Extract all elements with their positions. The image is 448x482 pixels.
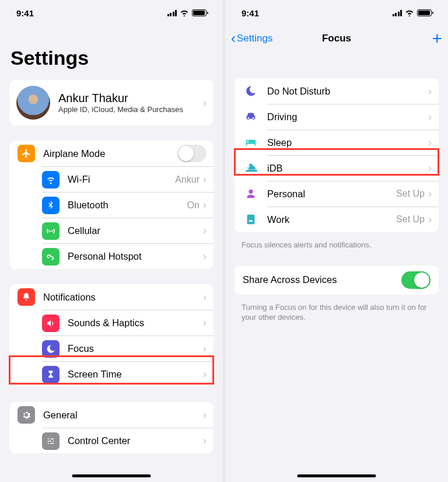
row-label: Notifications xyxy=(43,292,203,303)
status-time: 9:41 xyxy=(16,8,34,18)
chevron-right-icon: › xyxy=(203,199,206,211)
row-label: Driving xyxy=(267,111,428,123)
chevron-right-icon: › xyxy=(428,137,432,149)
row-label: Work xyxy=(267,214,396,225)
sliders-icon xyxy=(42,432,60,450)
chevron-right-icon: › xyxy=(203,97,206,109)
profile-group: Ankur Thakur Apple ID, iCloud, Media & P… xyxy=(9,80,214,125)
hotspot-row[interactable]: Personal Hotspot › xyxy=(42,243,214,269)
notifications-group: Notifications › Sounds & Haptics › Focus… xyxy=(9,284,214,387)
row-label: Do Not Disturb xyxy=(267,86,428,97)
sounds-row[interactable]: Sounds & Haptics › xyxy=(42,310,214,336)
moon-icon xyxy=(42,340,60,358)
wifi-icon xyxy=(42,171,60,188)
bell-icon xyxy=(18,288,35,306)
chevron-right-icon: › xyxy=(428,162,432,174)
row-label: Bluetooth xyxy=(68,200,187,211)
idb-row[interactable]: iDB › xyxy=(235,155,439,181)
chevron-right-icon: › xyxy=(203,368,206,380)
airplane-icon xyxy=(18,145,35,162)
chevron-right-icon: › xyxy=(203,435,206,447)
footer-text: Turning a Focus on for this device will … xyxy=(225,299,448,323)
row-label: Sleep xyxy=(267,137,428,148)
wifi-icon xyxy=(405,9,414,16)
car-icon xyxy=(243,109,259,125)
status-indicators xyxy=(393,9,432,16)
chevron-right-icon: › xyxy=(203,250,206,263)
connectivity-group: Airplane Mode Wi-Fi Ankur › Bluetooth On… xyxy=(9,141,214,269)
share-across-devices-row[interactable]: Share Across Devices xyxy=(235,266,439,295)
row-label: Personal Hotspot xyxy=(68,251,203,262)
moon-icon xyxy=(243,83,259,99)
cellular-signal-icon xyxy=(393,10,402,16)
person-icon xyxy=(243,186,259,202)
chevron-left-icon: ‹ xyxy=(231,30,236,47)
nav-bar: ‹ Settings Focus + xyxy=(225,26,448,51)
sunrise-icon xyxy=(243,160,259,176)
cellular-icon xyxy=(42,222,60,240)
chevron-right-icon: › xyxy=(203,173,206,186)
cellular-signal-icon xyxy=(167,10,177,16)
page-title: Settings xyxy=(0,26,223,74)
settings-screen: 9:41 Settings Ankur Thakur Apple ID, iCl… xyxy=(0,0,223,482)
focus-modes-group: Do Not Disturb › Driving › Sleep › iDB › xyxy=(235,78,439,232)
battery-icon xyxy=(417,9,432,16)
general-group: General › Control Center › xyxy=(9,402,214,453)
hotspot-icon xyxy=(42,248,60,266)
speaker-icon xyxy=(42,315,60,332)
row-label: Sounds & Haptics xyxy=(68,317,203,329)
bluetooth-row[interactable]: Bluetooth On › xyxy=(42,192,214,218)
personal-row[interactable]: Personal Set Up › xyxy=(235,181,439,207)
home-indicator[interactable] xyxy=(298,474,376,477)
chevron-right-icon: › xyxy=(428,214,432,226)
row-label: Screen Time xyxy=(68,369,203,380)
badge-icon xyxy=(243,211,259,228)
do-not-disturb-row[interactable]: Do Not Disturb › xyxy=(235,78,439,104)
notifications-row[interactable]: Notifications › xyxy=(9,284,214,310)
row-label: iDB xyxy=(267,163,428,174)
screentime-row[interactable]: Screen Time › xyxy=(42,361,214,387)
footer-text: Focus silences alerts and notifications. xyxy=(225,237,448,250)
row-label: Share Across Devices xyxy=(243,274,337,285)
chevron-right-icon: › xyxy=(203,317,206,329)
home-indicator[interactable] xyxy=(72,474,151,477)
focus-row[interactable]: Focus › xyxy=(42,336,214,361)
hourglass-icon xyxy=(42,366,60,383)
chevron-right-icon: › xyxy=(428,111,432,123)
driving-row[interactable]: Driving › xyxy=(235,104,439,130)
profile-subtitle: Apple ID, iCloud, Media & Purchases xyxy=(58,105,203,114)
add-button[interactable]: + xyxy=(432,29,442,48)
back-button[interactable]: ‹ Settings xyxy=(231,30,272,47)
battery-icon xyxy=(192,9,206,16)
row-label: Airplane Mode xyxy=(43,148,177,159)
row-detail: On xyxy=(187,200,200,211)
airplane-mode-row[interactable]: Airplane Mode xyxy=(9,141,214,166)
wifi-row[interactable]: Wi-Fi Ankur › xyxy=(42,166,214,192)
status-time: 9:41 xyxy=(242,8,259,18)
bed-icon xyxy=(243,134,259,151)
avatar xyxy=(16,86,50,120)
back-label: Settings xyxy=(237,33,272,44)
apple-id-row[interactable]: Ankur Thakur Apple ID, iCloud, Media & P… xyxy=(9,80,214,125)
row-detail: Ankur xyxy=(175,174,200,185)
row-label: Wi-Fi xyxy=(68,174,175,185)
chevron-right-icon: › xyxy=(203,291,206,303)
row-label: Cellular xyxy=(68,225,203,236)
control-center-row[interactable]: Control Center › xyxy=(42,428,214,453)
chevron-right-icon: › xyxy=(428,85,432,97)
airplane-mode-switch[interactable] xyxy=(177,145,206,162)
bluetooth-icon xyxy=(42,197,60,214)
chevron-right-icon: › xyxy=(428,188,432,200)
nav-title: Focus xyxy=(322,33,351,44)
row-label: General xyxy=(43,410,203,421)
row-label: Control Center xyxy=(68,435,203,446)
share-switch[interactable] xyxy=(401,271,430,289)
work-row[interactable]: Work Set Up › xyxy=(235,207,439,232)
chevron-right-icon: › xyxy=(203,225,206,237)
general-row[interactable]: General › xyxy=(9,402,214,428)
sleep-row[interactable]: Sleep › xyxy=(235,130,439,155)
focus-screen: 9:41 ‹ Settings Focus + Do Not Disturb ›… xyxy=(225,0,448,482)
cellular-row[interactable]: Cellular › xyxy=(42,218,214,243)
wifi-icon xyxy=(180,9,189,16)
row-label: Personal xyxy=(267,188,396,200)
